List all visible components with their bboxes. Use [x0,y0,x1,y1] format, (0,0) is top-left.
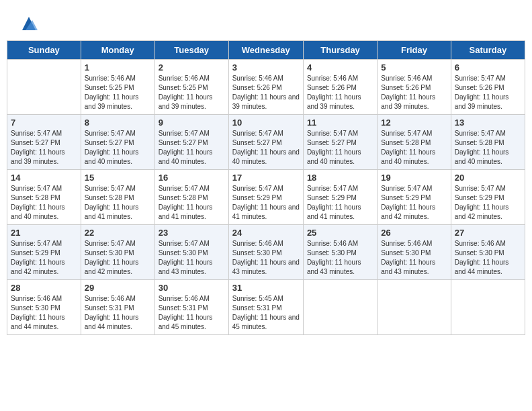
calendar-cell: 23Sunrise: 5:47 AM Sunset: 5:30 PM Dayli… [154,225,228,280]
day-number: 19 [381,173,447,183]
day-info: Sunrise: 5:47 AM Sunset: 5:28 PM Dayligh… [455,129,521,167]
day-number: 2 [159,62,225,73]
calendar-cell [451,280,525,335]
weekday-header-thursday: Thursday [303,41,377,60]
day-info: Sunrise: 5:46 AM Sunset: 5:30 PM Dayligh… [381,239,447,277]
day-number: 26 [381,228,447,238]
day-number: 1 [85,62,151,73]
day-info: Sunrise: 5:47 AM Sunset: 5:28 PM Dayligh… [85,184,151,222]
calendar-cell: 8Sunrise: 5:47 AM Sunset: 5:27 PM Daylig… [81,115,154,170]
calendar-cell: 5Sunrise: 5:46 AM Sunset: 5:26 PM Daylig… [378,60,451,115]
day-info: Sunrise: 5:46 AM Sunset: 5:30 PM Dayligh… [232,239,300,277]
calendar-cell: 19Sunrise: 5:47 AM Sunset: 5:29 PM Dayli… [378,170,451,225]
calendar-cell: 9Sunrise: 5:47 AM Sunset: 5:27 PM Daylig… [154,115,228,170]
logo [17,13,39,34]
day-info: Sunrise: 5:46 AM Sunset: 5:26 PM Dayligh… [232,74,300,111]
day-info: Sunrise: 5:46 AM Sunset: 5:30 PM Dayligh… [11,294,77,332]
calendar-cell: 6Sunrise: 5:47 AM Sunset: 5:26 PM Daylig… [451,60,525,115]
calendar-cell: 15Sunrise: 5:47 AM Sunset: 5:28 PM Dayli… [81,170,154,225]
day-info: Sunrise: 5:47 AM Sunset: 5:26 PM Dayligh… [455,74,521,111]
calendar-week-row: 1Sunrise: 5:46 AM Sunset: 5:25 PM Daylig… [7,60,525,115]
weekday-header-row: SundayMondayTuesdayWednesdayThursdayFrid… [7,41,525,60]
day-number: 20 [455,173,521,183]
day-info: Sunrise: 5:46 AM Sunset: 5:31 PM Dayligh… [85,294,151,332]
day-number: 9 [159,118,225,128]
day-info: Sunrise: 5:46 AM Sunset: 5:30 PM Dayligh… [455,239,521,277]
calendar-cell: 7Sunrise: 5:47 AM Sunset: 5:27 PM Daylig… [7,115,81,170]
calendar-week-row: 28Sunrise: 5:46 AM Sunset: 5:30 PM Dayli… [7,280,525,335]
day-number: 10 [232,118,300,128]
day-info: Sunrise: 5:47 AM Sunset: 5:29 PM Dayligh… [232,184,300,222]
calendar-cell: 26Sunrise: 5:46 AM Sunset: 5:30 PM Dayli… [378,225,451,280]
calendar-cell: 28Sunrise: 5:46 AM Sunset: 5:30 PM Dayli… [7,280,81,335]
day-info: Sunrise: 5:46 AM Sunset: 5:30 PM Dayligh… [307,239,373,277]
calendar-cell: 1Sunrise: 5:46 AM Sunset: 5:25 PM Daylig… [81,60,154,115]
day-number: 21 [11,228,77,238]
day-number: 12 [381,118,447,128]
day-number: 23 [159,228,225,238]
calendar-week-row: 14Sunrise: 5:47 AM Sunset: 5:28 PM Dayli… [7,170,525,225]
calendar-cell: 12Sunrise: 5:47 AM Sunset: 5:28 PM Dayli… [378,115,451,170]
weekday-header-saturday: Saturday [451,41,525,60]
day-number: 8 [85,118,151,128]
day-info: Sunrise: 5:45 AM Sunset: 5:31 PM Dayligh… [232,294,300,332]
day-number: 16 [159,173,225,183]
day-number: 17 [232,173,300,183]
calendar-cell: 25Sunrise: 5:46 AM Sunset: 5:30 PM Dayli… [303,225,377,280]
calendar-cell: 4Sunrise: 5:46 AM Sunset: 5:26 PM Daylig… [303,60,377,115]
calendar-cell: 27Sunrise: 5:46 AM Sunset: 5:30 PM Dayli… [451,225,525,280]
day-number: 18 [307,173,373,183]
logo-icon [19,13,39,34]
weekday-header-tuesday: Tuesday [154,41,228,60]
calendar-cell: 24Sunrise: 5:46 AM Sunset: 5:30 PM Dayli… [228,225,303,280]
day-number: 15 [85,173,151,183]
day-info: Sunrise: 5:47 AM Sunset: 5:29 PM Dayligh… [455,184,521,222]
calendar-cell: 29Sunrise: 5:46 AM Sunset: 5:31 PM Dayli… [81,280,154,335]
calendar-cell: 31Sunrise: 5:45 AM Sunset: 5:31 PM Dayli… [228,280,303,335]
day-number: 5 [381,62,447,73]
page-header [7,7,525,37]
day-info: Sunrise: 5:47 AM Sunset: 5:27 PM Dayligh… [85,129,151,167]
day-info: Sunrise: 5:47 AM Sunset: 5:27 PM Dayligh… [11,129,77,167]
weekday-header-wednesday: Wednesday [228,41,303,60]
calendar-week-row: 21Sunrise: 5:47 AM Sunset: 5:29 PM Dayli… [7,225,525,280]
calendar-cell [378,280,451,335]
day-info: Sunrise: 5:47 AM Sunset: 5:29 PM Dayligh… [307,184,373,222]
day-info: Sunrise: 5:46 AM Sunset: 5:25 PM Dayligh… [85,74,151,111]
day-number: 25 [307,228,373,238]
calendar-cell [7,60,81,115]
calendar-cell: 20Sunrise: 5:47 AM Sunset: 5:29 PM Dayli… [451,170,525,225]
day-info: Sunrise: 5:47 AM Sunset: 5:29 PM Dayligh… [11,239,77,277]
day-number: 24 [232,228,300,238]
weekday-header-sunday: Sunday [7,41,81,60]
calendar-cell: 17Sunrise: 5:47 AM Sunset: 5:29 PM Dayli… [228,170,303,225]
calendar-cell: 11Sunrise: 5:47 AM Sunset: 5:27 PM Dayli… [303,115,377,170]
day-info: Sunrise: 5:47 AM Sunset: 5:27 PM Dayligh… [232,129,300,167]
day-number: 29 [85,283,151,293]
calendar-cell [303,280,377,335]
day-number: 4 [307,62,373,73]
day-number: 13 [455,118,521,128]
day-number: 28 [11,283,77,293]
day-info: Sunrise: 5:47 AM Sunset: 5:28 PM Dayligh… [381,129,447,167]
day-info: Sunrise: 5:47 AM Sunset: 5:30 PM Dayligh… [159,239,225,277]
day-number: 7 [11,118,77,128]
day-info: Sunrise: 5:47 AM Sunset: 5:27 PM Dayligh… [159,129,225,167]
day-info: Sunrise: 5:47 AM Sunset: 5:28 PM Dayligh… [11,184,77,222]
day-info: Sunrise: 5:46 AM Sunset: 5:31 PM Dayligh… [159,294,225,332]
calendar-cell: 22Sunrise: 5:47 AM Sunset: 5:30 PM Dayli… [81,225,154,280]
day-number: 6 [455,62,521,73]
calendar-cell: 18Sunrise: 5:47 AM Sunset: 5:29 PM Dayli… [303,170,377,225]
day-number: 22 [85,228,151,238]
day-info: Sunrise: 5:46 AM Sunset: 5:26 PM Dayligh… [381,74,447,111]
day-info: Sunrise: 5:46 AM Sunset: 5:25 PM Dayligh… [159,74,225,111]
day-info: Sunrise: 5:47 AM Sunset: 5:28 PM Dayligh… [159,184,225,222]
day-number: 31 [232,283,300,293]
calendar-cell: 16Sunrise: 5:47 AM Sunset: 5:28 PM Dayli… [154,170,228,225]
calendar-cell: 3Sunrise: 5:46 AM Sunset: 5:26 PM Daylig… [228,60,303,115]
calendar-cell: 30Sunrise: 5:46 AM Sunset: 5:31 PM Dayli… [154,280,228,335]
day-info: Sunrise: 5:46 AM Sunset: 5:26 PM Dayligh… [307,74,373,111]
calendar-cell: 10Sunrise: 5:47 AM Sunset: 5:27 PM Dayli… [228,115,303,170]
calendar-cell: 13Sunrise: 5:47 AM Sunset: 5:28 PM Dayli… [451,115,525,170]
day-info: Sunrise: 5:47 AM Sunset: 5:30 PM Dayligh… [85,239,151,277]
